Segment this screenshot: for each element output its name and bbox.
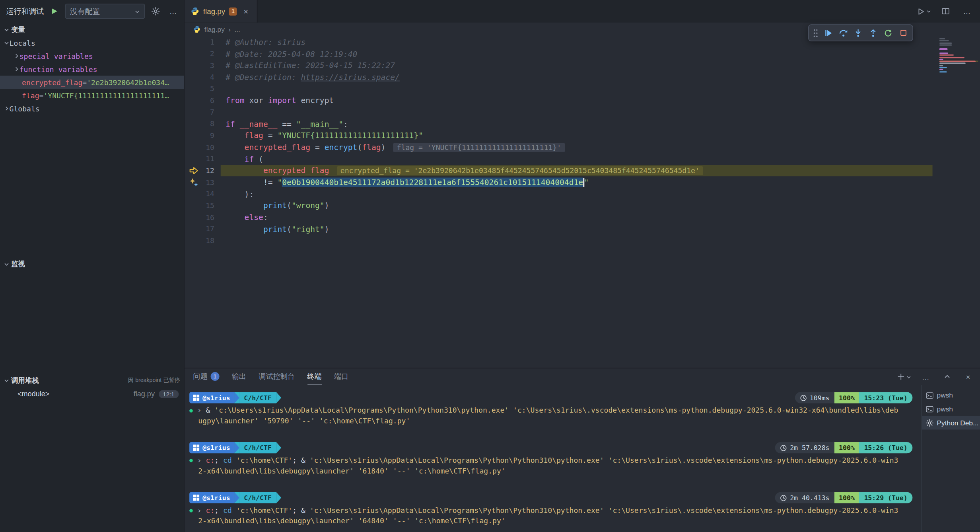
run-python-file-button[interactable] xyxy=(917,4,931,18)
code-line-11[interactable]: 11 if ( xyxy=(185,153,980,165)
code-line-2[interactable]: 2# @Date: 2025-04-08 12:19:40 xyxy=(185,48,980,60)
gutter[interactable]: 1 xyxy=(185,38,221,47)
code-line-17[interactable]: 17 print("right") xyxy=(185,223,980,235)
new-terminal-button[interactable] xyxy=(897,370,911,384)
duration-badge: 109ms xyxy=(795,392,834,403)
terminal-output[interactable]: @s1riusC/h/CTF109ms100%15:23 (Tue)●›& 'c… xyxy=(185,385,922,532)
code-area[interactable]: 1# @Author: s1rius2# @Date: 2025-04-08 1… xyxy=(185,36,980,368)
minimap-bar xyxy=(939,55,954,56)
maximize-panel-icon[interactable] xyxy=(940,370,954,384)
panel-tab-调试控制台[interactable]: 调试控制台 xyxy=(259,368,295,385)
gutter[interactable]: 16 xyxy=(185,213,221,222)
call-stack-section-header[interactable]: 调用堆栈 因 breakpoint 已暂停 xyxy=(0,373,184,387)
minimap[interactable] xyxy=(939,38,978,75)
gutter[interactable]: 18 xyxy=(185,236,221,245)
split-editor-icon[interactable] xyxy=(939,4,953,18)
command-line[interactable]: ●›c:; cd 'c:\home\CTF'; & 'c:\Users\s1ri… xyxy=(189,455,915,466)
success-dot-icon: ● xyxy=(189,455,193,466)
chevron-right-icon xyxy=(14,66,19,72)
code-line-15[interactable]: 15 print("wrong") xyxy=(185,200,980,211)
code-line-5[interactable]: 5 xyxy=(185,83,980,95)
command-text-continuation[interactable]: 2-x64\bundled\libs\debugpy\launcher' '61… xyxy=(189,466,915,477)
start-debugging-button[interactable] xyxy=(47,4,61,18)
panel-tab-终端[interactable]: 终端 xyxy=(307,368,321,385)
call-stack-frame-row[interactable]: <module> flag.py 12:1 xyxy=(0,387,184,401)
minimap-line xyxy=(939,46,978,47)
code-line-8[interactable]: 8if __name__ == "__main__": xyxy=(185,118,980,130)
code-line-6[interactable]: 6from xor import encrypt xyxy=(185,95,980,106)
variable-row-flag[interactable]: flag = 'YNUCTF{11111111111111111111… xyxy=(0,89,184,102)
tree-row-function-variables[interactable]: function variables xyxy=(0,62,184,76)
cwd-badge: C/h/CTF xyxy=(239,442,276,453)
restart-button[interactable] xyxy=(881,26,895,40)
debug-arrow-icon[interactable] xyxy=(189,166,199,175)
tree-row-special-variables[interactable]: special variables xyxy=(0,49,184,62)
variables-section-title: 变量 xyxy=(11,25,25,34)
continue-button[interactable] xyxy=(821,26,835,40)
gutter[interactable]: 3 xyxy=(185,61,221,70)
code-text: if __name__ == "__main__": xyxy=(221,118,933,130)
command-text-continuation[interactable]: 2-x64\bundled\libs\debugpy\launcher' '64… xyxy=(189,516,915,526)
tree-row-locals[interactable]: Locals xyxy=(0,36,184,49)
gutter[interactable]: 17 xyxy=(185,225,221,234)
step-over-button[interactable] xyxy=(836,26,850,40)
gutter[interactable]: 4 xyxy=(185,73,221,82)
line-number: 5 xyxy=(200,84,214,93)
debug-gear-icon[interactable] xyxy=(149,4,163,18)
gutter[interactable]: 6 xyxy=(185,96,221,105)
gutter[interactable]: 13 xyxy=(185,178,221,187)
terminal-list-item-pwsh[interactable]: pwsh xyxy=(922,388,980,402)
views-more-actions-icon[interactable]: … xyxy=(166,4,180,18)
minimap-bar xyxy=(939,53,948,54)
gutter[interactable]: 12 xyxy=(185,166,221,175)
debug-config-dropdown[interactable]: 没有配置 xyxy=(65,4,145,19)
panel-tab-输出[interactable]: 输出 xyxy=(232,368,246,385)
gutter[interactable]: 5 xyxy=(185,84,221,93)
sparkle-icon[interactable] xyxy=(189,178,199,187)
code-line-3[interactable]: 3# @LastEditTime: 2025-04-15 15:22:27 xyxy=(185,60,980,71)
gutter[interactable]: 10 xyxy=(185,143,221,152)
step-out-button[interactable] xyxy=(866,26,880,40)
stop-button[interactable] xyxy=(896,26,910,40)
equals-sign: = xyxy=(39,91,44,100)
gutter[interactable]: 14 xyxy=(185,190,221,199)
more-actions-icon[interactable]: … xyxy=(960,4,974,18)
gutter[interactable]: 2 xyxy=(185,49,221,58)
debug-toolbar-drag-handle[interactable] xyxy=(811,26,820,40)
code-line-14[interactable]: 14 ): xyxy=(185,188,980,200)
minimap-line xyxy=(939,65,978,66)
code-line-10[interactable]: 10 encrypted_flag = encrypt(flag)flag = … xyxy=(185,141,980,153)
terminal-list-item-python-deb-[interactable]: Python Deb... xyxy=(922,416,980,430)
watch-section-header[interactable]: 监视 xyxy=(0,257,184,271)
code-line-16[interactable]: 16 else: xyxy=(185,212,980,223)
command-line[interactable]: ●›c:; cd 'c:\home\CTF'; & 'c:\Users\s1ri… xyxy=(189,505,915,516)
close-tab-icon[interactable]: × xyxy=(241,6,251,16)
code-line-7[interactable]: 7 xyxy=(185,106,980,118)
gutter[interactable]: 11 xyxy=(185,154,221,163)
variables-section-header[interactable]: 变量 xyxy=(0,23,184,37)
panel-tab-问题[interactable]: 问题1 xyxy=(193,368,220,385)
bottom-panel: 问题1输出调试控制台终端端口 … × @s1riusC/h/CTF109ms10… xyxy=(185,368,980,532)
gutter[interactable]: 9 xyxy=(185,131,221,140)
code-line-18[interactable]: 18 xyxy=(185,235,980,246)
gutter[interactable]: 8 xyxy=(185,119,221,128)
sidebar-filler xyxy=(0,401,184,532)
code-line-9[interactable]: 9 flag = "YNUCTF{111111111111111111111}" xyxy=(185,130,980,141)
close-panel-icon[interactable]: × xyxy=(961,370,975,384)
command-text-continuation[interactable]: ugpy\launcher' '59790' '--' 'c:\home\CTF… xyxy=(189,416,915,427)
step-into-button[interactable] xyxy=(851,26,865,40)
minimap-bar xyxy=(939,42,952,43)
terminal-list-item-pwsh[interactable]: pwsh xyxy=(922,402,980,416)
code-line-12[interactable]: 12 encrypted_flagencrypted_flag = '2e2b3… xyxy=(185,165,980,176)
variable-row-encrypted_flag[interactable]: encrypted_flag = '2e2b3920642b1e034… xyxy=(0,76,184,89)
code-line-4[interactable]: 4# @Description: https://s1rius.space/ xyxy=(185,71,980,83)
tab-flag-py[interactable]: flag.py 1 × xyxy=(185,0,258,23)
command-line[interactable]: ●›& 'c:\Users\s1rius\AppData\Local\Progr… xyxy=(189,405,915,416)
panel-more-actions-icon[interactable]: … xyxy=(919,370,933,384)
gutter[interactable]: 15 xyxy=(185,201,221,210)
code-line-13[interactable]: 13 != "0e0b1900440b1e4511172a0d1b1228111… xyxy=(185,177,980,188)
gutter[interactable]: 7 xyxy=(185,108,221,117)
tree-row-globals[interactable]: Globals xyxy=(0,102,184,115)
panel-tab-端口[interactable]: 端口 xyxy=(334,368,348,385)
breadcrumb-rest: ... xyxy=(234,25,240,33)
